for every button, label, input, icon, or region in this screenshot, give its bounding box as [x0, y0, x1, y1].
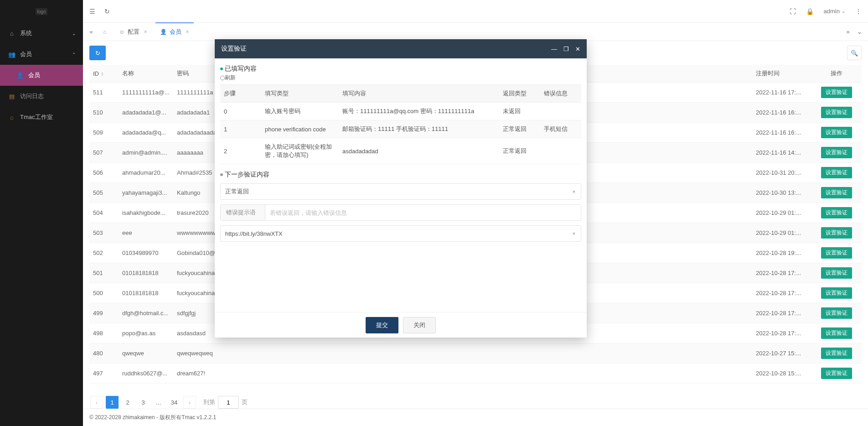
tab-scroll-left[interactable]: « — [86, 28, 97, 35]
fullscreen-icon[interactable]: ⛶ — [790, 8, 796, 15]
more-icon[interactable]: ⋮ — [855, 8, 862, 15]
tab-config[interactable]: ☺ 配置 × — [113, 23, 153, 41]
set-verify-button[interactable]: 设置验证 — [821, 167, 852, 178]
set-verify-button[interactable]: 设置验证 — [821, 327, 852, 339]
cell-name: 01018181818 — [119, 283, 173, 303]
close-icon[interactable]: × — [186, 29, 189, 35]
minimize-icon[interactable]: — — [551, 46, 557, 52]
set-verify-button[interactable]: 设置验证 — [821, 227, 852, 239]
sidebar-item-label: 会员 — [20, 50, 32, 58]
set-verify-button[interactable]: 设置验证 — [821, 247, 852, 259]
submit-button[interactable]: 提交 — [366, 317, 398, 333]
cell-name: isahakhigbode... — [119, 203, 173, 223]
footer-text: © 2022-2028 zhimakaimen - 版权所有Tmac v1.2.… — [89, 414, 216, 421]
set-verify-button[interactable]: 设置验证 — [821, 368, 852, 379]
pager-page[interactable]: 2 — [121, 396, 134, 409]
cell-action: 设置验证 — [811, 203, 862, 223]
sidebar-item-tmac[interactable]: ⌂ Tmac工作室 — [0, 107, 83, 128]
menu-toggle-icon[interactable]: ☰ — [89, 8, 95, 15]
maximize-icon[interactable]: ❐ — [563, 46, 569, 52]
users-icon: 👥 — [8, 51, 16, 58]
table-row: 0输入账号密码账号：111111111a@qq.com 密码：111111111… — [220, 103, 581, 120]
cell-regtime: 2022-11-16 16:... — [752, 123, 811, 143]
cell-action: 设置验证 — [811, 223, 862, 243]
cell-password: qweqweqweq — [173, 343, 228, 364]
close-button[interactable]: 关闭 — [403, 317, 436, 333]
table-row: 1phone verification code邮箱验证码：11111 手机验证… — [220, 120, 581, 138]
pager-goto-input[interactable] — [218, 396, 239, 409]
error-msg-input[interactable] — [265, 209, 581, 216]
refresh-button[interactable]: ↻ — [89, 46, 106, 60]
cell-action: 设置验证 — [811, 323, 862, 343]
table-row[interactable]: 497ruddhks0627@...dream627!2022-10-28 15… — [89, 364, 862, 384]
close-icon[interactable]: × — [144, 29, 147, 35]
modal-header[interactable]: 设置验证 — ❐ ✕ — [215, 39, 587, 58]
logo: logo — [0, 0, 83, 23]
set-verify-button[interactable]: 设置验证 — [821, 87, 852, 98]
pager-prev[interactable]: ‹ — [90, 396, 103, 409]
sidebar-subitem-member[interactable]: 👤 会员 — [0, 65, 83, 86]
cell-action: 设置验证 — [811, 343, 862, 364]
section-filled-label: 已填写内容 — [220, 65, 581, 73]
pager-next[interactable]: › — [183, 396, 196, 409]
cell-regtime: 2022-10-28 17:... — [752, 303, 811, 323]
cell-id: 480 — [89, 343, 119, 364]
th-step: 步骤 — [220, 85, 261, 103]
th-regtime[interactable]: 注册时间 — [752, 65, 811, 83]
set-verify-button[interactable]: 设置验证 — [821, 287, 852, 299]
cell-id: 506 — [89, 163, 119, 183]
cell-id: 505 — [89, 183, 119, 203]
th-id[interactable]: ID▲▼ — [89, 65, 119, 83]
footer: © 2022-2028 zhimakaimen - 版权所有Tmac v1.2.… — [83, 409, 868, 426]
sidebar-item-label: Tmac工作室 — [20, 113, 53, 121]
user-name: admin — [824, 8, 840, 15]
tab-dropdown[interactable]: ⌄ — [853, 28, 865, 35]
set-verify-button[interactable]: 设置验证 — [821, 127, 852, 138]
return-type-select[interactable]: 正常返回 ▼ — [220, 183, 581, 200]
cell-id: 499 — [89, 303, 119, 323]
set-verify-button[interactable]: 设置验证 — [821, 187, 852, 198]
th-content: 填写内容 — [339, 85, 499, 103]
tab-scroll-right[interactable]: » — [842, 28, 853, 35]
pager-page[interactable]: 3 — [137, 396, 150, 409]
set-verify-button[interactable]: 设置验证 — [821, 348, 852, 359]
sidebar-item-visitlog[interactable]: ▤ 访问日志 — [0, 86, 83, 107]
user-dropdown[interactable]: admin ⌄ — [824, 8, 845, 15]
refresh-icon[interactable]: ↻ — [104, 8, 110, 15]
set-verify-button[interactable]: 设置验证 — [821, 107, 852, 118]
pager-page[interactable]: 1 — [106, 396, 119, 409]
set-verify-button[interactable]: 设置验证 — [821, 267, 852, 279]
cell-action: 设置验证 — [811, 163, 862, 183]
cell-step: 1 — [220, 120, 261, 138]
tab-member[interactable]: 👤 会员 × — [154, 23, 196, 41]
tab-home[interactable]: ⌂ — [97, 23, 113, 41]
sidebar-item-member[interactable]: 👥 会员 ⌃ — [0, 44, 83, 65]
cell-ret: 未返回 — [499, 103, 540, 120]
set-verify-button[interactable]: 设置验证 — [821, 307, 852, 319]
cell-regtime: 2022-11-16 16:... — [752, 103, 811, 123]
chevron-down-icon: ▼ — [572, 231, 576, 236]
cell-action: 设置验证 — [811, 83, 862, 103]
pager-page[interactable]: 34 — [168, 396, 181, 409]
cell-name: 01034989970 — [119, 243, 173, 263]
close-icon[interactable]: ✕ — [575, 46, 580, 52]
cell-id: 501 — [89, 263, 119, 283]
set-verify-button[interactable]: 设置验证 — [821, 147, 852, 158]
url-select[interactable]: https://bit.ly/38nwXTX ▼ — [220, 225, 581, 242]
table-row[interactable]: 480qweqweqweqweqweq2022-10-27 15:...设置验证 — [89, 343, 862, 364]
cell-spacer — [228, 364, 752, 384]
search-button[interactable]: 🔍 — [847, 46, 862, 60]
sidebar-item-label: 系统 — [20, 29, 32, 37]
cell-regtime: 2022-11-16 17:... — [752, 83, 811, 103]
cell-type: phone verification code — [261, 120, 339, 138]
lock-icon[interactable]: 🔒 — [806, 8, 814, 15]
cell-err — [540, 138, 581, 164]
sidebar-item-system[interactable]: ⌂ 系统 ⌄ — [0, 23, 83, 44]
th-name[interactable]: 名称 — [119, 65, 173, 83]
pager-ellipsis: … — [152, 396, 165, 409]
cell-id: 502 — [89, 243, 119, 263]
chevron-down-icon: ▼ — [572, 189, 576, 194]
cell-ret: 正常返回 — [499, 120, 540, 138]
set-verify-button[interactable]: 设置验证 — [821, 207, 852, 218]
modal-refresh-link[interactable]: 刷新 — [220, 74, 236, 82]
